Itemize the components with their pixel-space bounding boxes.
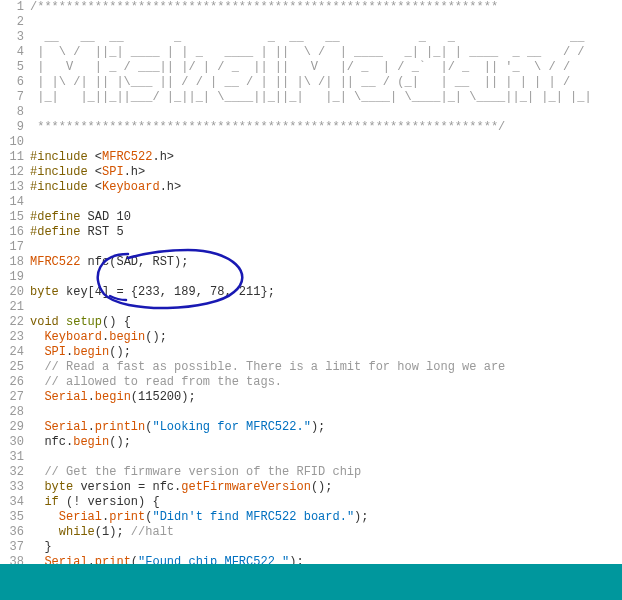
line-number: 36 [0,525,24,540]
code-line: // Get the firmware version of the RFID … [30,465,622,480]
code-editor: 1234567891011121314151617181920212223242… [0,0,622,600]
code-line: // allowed to read from the tags. [30,375,622,390]
code-line [30,450,622,465]
code-line: Serial.print("Didn't find MFRC522 board.… [30,510,622,525]
line-number: 30 [0,435,24,450]
code-area: /***************************************… [30,0,622,600]
line-number: 13 [0,180,24,195]
code-line: | V | _ / ___|| |/ | / _ || || V |/ _ | … [30,60,622,75]
line-number: 21 [0,300,24,315]
code-line: | \ / ||_| ____ | | _ ____ | || \ / | __… [30,45,622,60]
line-number: 17 [0,240,24,255]
line-number: 29 [0,420,24,435]
code-line: // Read a fast as possible. There is a l… [30,360,622,375]
line-number: 37 [0,540,24,555]
code-line: byte key[4] = {233, 189, 78, 211}; [30,285,622,300]
code-line: #include <SPI.h> [30,165,622,180]
code-line: #include <MFRC522.h> [30,150,622,165]
code-line: | |\ /| || |\___ || / / | __ / | || |\ /… [30,75,622,90]
line-number: 1 [0,0,24,15]
code-line: byte version = nfc.getFirmwareVersion(); [30,480,622,495]
code-line: __ __ __ _ _ __ __ _ _ __ [30,30,622,45]
code-line: } [30,540,622,555]
code-line: void setup() { [30,315,622,330]
line-number: 20 [0,285,24,300]
code-line: |_| |_||_||___/ |_||_| \____||_||_| |_| … [30,90,622,105]
line-number: 23 [0,330,24,345]
line-number: 31 [0,450,24,465]
line-number: 16 [0,225,24,240]
status-bar [0,564,622,600]
line-number: 34 [0,495,24,510]
code-line [30,405,622,420]
line-number: 15 [0,210,24,225]
line-number-gutter: 1234567891011121314151617181920212223242… [0,0,28,600]
code-line: ****************************************… [30,120,622,135]
line-number: 28 [0,405,24,420]
line-number: 9 [0,120,24,135]
code-line: #include <Keyboard.h> [30,180,622,195]
line-number: 3 [0,30,24,45]
line-number: 27 [0,390,24,405]
code-line: nfc.begin(); [30,435,622,450]
code-line [30,270,622,285]
line-number: 25 [0,360,24,375]
code-line: Serial.begin(115200); [30,390,622,405]
code-line: while(1); //halt [30,525,622,540]
code-line: Serial.println("Looking for MFRC522."); [30,420,622,435]
code-line: if (! version) { [30,495,622,510]
code-line: #define RST 5 [30,225,622,240]
code-line [30,15,622,30]
line-number: 2 [0,15,24,30]
code-line [30,105,622,120]
code-line: MFRC522 nfc(SAD, RST); [30,255,622,270]
line-number: 5 [0,60,24,75]
line-number: 7 [0,90,24,105]
code-line [30,195,622,210]
line-number: 18 [0,255,24,270]
code-line: SPI.begin(); [30,345,622,360]
line-number: 32 [0,465,24,480]
line-number: 11 [0,150,24,165]
line-number: 10 [0,135,24,150]
line-number: 12 [0,165,24,180]
line-number: 22 [0,315,24,330]
line-number: 35 [0,510,24,525]
code-line: /***************************************… [30,0,622,15]
line-number: 14 [0,195,24,210]
code-line: #define SAD 10 [30,210,622,225]
line-number: 8 [0,105,24,120]
line-number: 33 [0,480,24,495]
line-number: 24 [0,345,24,360]
code-line [30,135,622,150]
line-number: 4 [0,45,24,60]
line-number: 6 [0,75,24,90]
line-number: 26 [0,375,24,390]
code-line: Keyboard.begin(); [30,330,622,345]
line-number: 19 [0,270,24,285]
code-line [30,300,622,315]
code-line [30,240,622,255]
